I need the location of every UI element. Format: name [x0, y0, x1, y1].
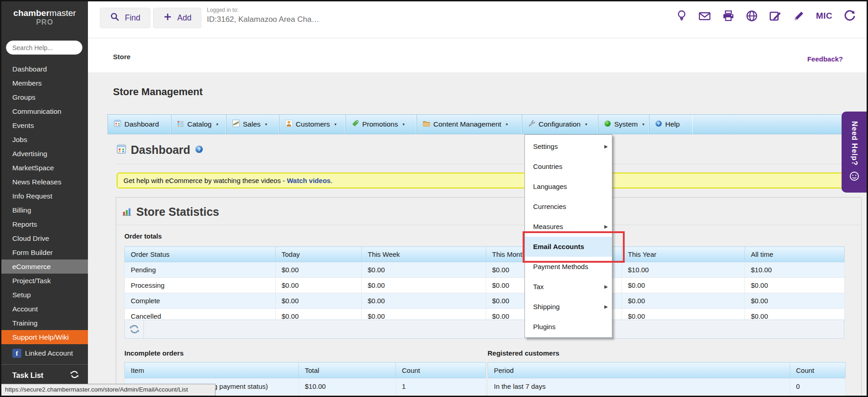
tab-customers-label: Customers [296, 120, 330, 128]
sidebar-item-account[interactable]: Account [1, 302, 88, 316]
menu-item-shipping[interactable]: Shipping▶ [525, 297, 612, 317]
watch-videos-link[interactable]: Watch videos [287, 177, 331, 184]
tab-help-label: Help [665, 120, 680, 128]
menu-item-settings[interactable]: Settings▶ [525, 137, 612, 157]
mail-icon[interactable] [699, 10, 711, 21]
logo-bold: chamber [13, 8, 49, 18]
sidebar-item-advertising[interactable]: Advertising [1, 147, 88, 161]
sales-icon [232, 120, 240, 129]
tab-system-label: System [614, 120, 638, 128]
menu-item-label: Payment Methods [533, 263, 588, 270]
topbar-icon-row: MIC [676, 10, 856, 22]
system-icon [604, 120, 611, 129]
need-help-tab[interactable]: Need Help? [842, 112, 867, 193]
table-header-row: Item Total Count [125, 362, 486, 378]
tab-dashboard[interactable]: Dashboard [108, 115, 171, 134]
cell-count: 0 [790, 395, 846, 397]
feedback-link[interactable]: Feedback? [807, 55, 843, 63]
order-totals-table: Order Status Today This Week This Month … [124, 246, 845, 324]
cell-this-year: $0.00 [622, 278, 745, 293]
sidebar-item-dashboard[interactable]: Dashboard [1, 62, 88, 76]
tab-promotions[interactable]: Promotions ▾ [346, 115, 417, 134]
globe-icon[interactable] [746, 10, 758, 22]
tab-catalog[interactable]: Catalog ▾ [171, 115, 226, 134]
refresh-icon[interactable] [844, 10, 856, 22]
menu-item-label: Settings [533, 143, 558, 150]
sidebar-item-billing[interactable]: Billing [1, 203, 88, 217]
svg-text:?: ? [197, 146, 200, 152]
help-banner: Get help with eCommerce by watching thes… [117, 173, 861, 188]
sidebar-item-ecommerce[interactable]: eCommerce [1, 260, 88, 274]
sidebar-item-info-request[interactable]: Info Request [1, 189, 88, 203]
menu-item-label: Shipping [533, 303, 560, 310]
sidebar-item-communication[interactable]: Communication [1, 104, 88, 118]
find-label: Find [125, 13, 140, 23]
sidebar-item-setup[interactable]: Setup [1, 288, 88, 302]
help-bubble-icon[interactable]: ? [195, 145, 203, 155]
sidebar-item-cloud-drive[interactable]: Cloud Drive [1, 231, 88, 245]
menu-item-countries[interactable]: Countries [525, 157, 612, 177]
sidebar-item-members[interactable]: Members [1, 76, 88, 90]
task-list-label: Task List [12, 372, 43, 380]
sidebar-item-training[interactable]: Training [1, 316, 88, 330]
table-row: Pending $0.00 $0.00 $0.00 $10.00 $10.00 [125, 262, 845, 278]
tab-configuration[interactable]: Configuration ▾ [522, 115, 598, 134]
menu-item-label: Tax [533, 283, 544, 290]
idea-icon[interactable] [676, 10, 687, 22]
folder-icon [423, 120, 430, 129]
cell-today: $0.00 [276, 278, 362, 293]
sidebar-item-marketspace[interactable]: MarketSpace [1, 161, 88, 175]
order-totals-refresh-row [124, 320, 844, 339]
sidebar-item-linked-account[interactable]: f Linked Account [1, 344, 88, 362]
task-list-refresh-icon[interactable] [70, 370, 79, 381]
need-help-label: Need Help? [850, 121, 858, 166]
cell-status: Pending [125, 262, 276, 278]
menu-item-label: Currencies [533, 203, 566, 210]
sidebar-item-events[interactable]: Events [1, 118, 88, 132]
compose-icon[interactable] [769, 10, 781, 22]
pencil-icon[interactable] [793, 10, 805, 22]
tab-customers[interactable]: Customers ▾ [279, 115, 346, 134]
refresh-table-icon[interactable] [125, 320, 144, 338]
banner-text: Get help with eCommerce by watching thes… [123, 177, 287, 184]
wrench-icon [528, 120, 535, 129]
find-button[interactable]: Find [100, 8, 150, 28]
sidebar-item-project-task[interactable]: Project/Task [1, 274, 88, 288]
sidebar-item-reports[interactable]: Reports [1, 217, 88, 231]
col-all-time: All time [745, 247, 845, 262]
mic-label[interactable]: MIC [816, 11, 832, 21]
menu-item-currencies[interactable]: Currencies [525, 197, 612, 217]
col-today: Today [276, 247, 362, 262]
sidebar-item-groups[interactable]: Groups [1, 90, 88, 104]
tab-content-management-label: Content Management [433, 120, 501, 128]
menu-item-languages[interactable]: Languages [525, 177, 612, 197]
cell-count: 0 [790, 378, 846, 395]
sidebar-item-support-help-wiki[interactable]: Support Help/Wiki [1, 330, 88, 344]
cell-this-year: $0.00 [622, 293, 745, 309]
search-help-input[interactable] [6, 41, 82, 55]
app-logo: chambermaster [1, 8, 88, 18]
sidebar-item-form-builder[interactable]: Form Builder [1, 245, 88, 260]
table-row: In the last 14 days 0 [488, 395, 846, 397]
plus-icon [163, 12, 172, 24]
tab-system[interactable]: System ▾ [598, 115, 649, 134]
cell-count: 1 [396, 378, 486, 395]
cell-today: $0.00 [276, 293, 362, 309]
sidebar-item-news-releases[interactable]: News Releases [1, 175, 88, 189]
tab-promotions-label: Promotions [362, 120, 398, 128]
add-button[interactable]: Add [153, 8, 201, 28]
banner-suffix: . [331, 177, 333, 184]
logo-regular: master [50, 8, 76, 18]
dashboard-title: Dashboard [131, 143, 190, 157]
tab-sales[interactable]: Sales ▾ [226, 115, 279, 134]
print-icon[interactable] [722, 10, 734, 22]
menu-item-plugins[interactable]: Plugins [525, 317, 612, 337]
tab-content-management[interactable]: Content Management ▾ [417, 115, 522, 134]
menu-item-tax[interactable]: Tax▶ [525, 277, 612, 297]
tab-help[interactable]: ? Help [649, 115, 693, 134]
page-title: Store Management [113, 86, 203, 98]
menu-item-label: Languages [533, 183, 567, 190]
task-list-header[interactable]: Task List [1, 365, 88, 381]
catalog-icon [177, 120, 184, 129]
sidebar-item-jobs[interactable]: Jobs [1, 132, 88, 147]
